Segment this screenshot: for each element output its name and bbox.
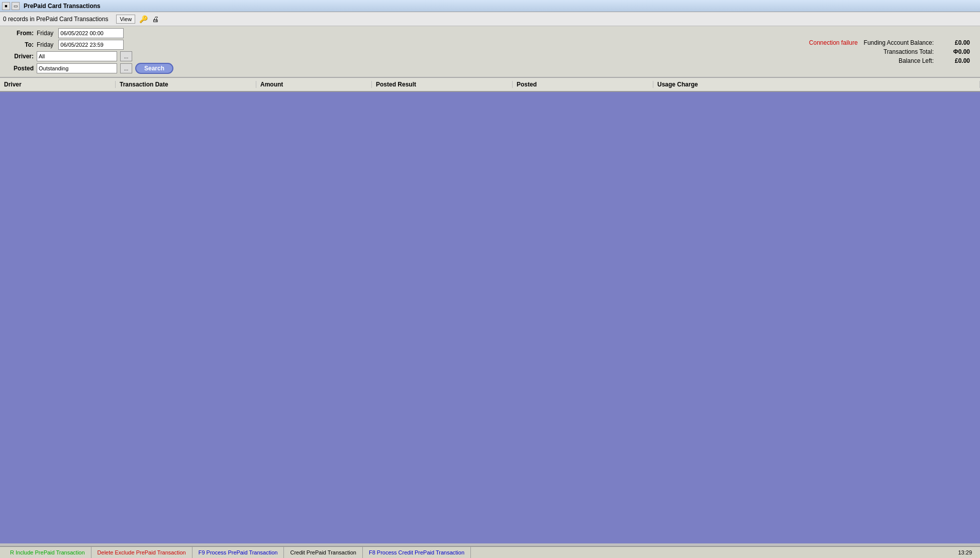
funding-label: Funding Account Balance: bbox=[864, 39, 934, 46]
toolbar: 0 records in PrePaid Card Transactions V… bbox=[0, 12, 980, 26]
col-header-transaction-date: Transaction Date bbox=[116, 81, 256, 88]
title-bar: ■ ▭ PrePaid Card Transactions bbox=[0, 0, 980, 12]
driver-label: Driver: bbox=[6, 53, 34, 60]
from-day: Friday bbox=[37, 30, 53, 37]
status-delete[interactable]: Delete Exclude PrePaid Transaction bbox=[91, 547, 192, 558]
status-credit[interactable]: Credit PrePaid Transaction bbox=[284, 547, 362, 558]
to-day: Friday bbox=[37, 41, 53, 48]
transactions-label: Transactions Total: bbox=[884, 48, 934, 55]
view-button[interactable]: View bbox=[116, 15, 135, 24]
driver-ellipsis-button[interactable]: ... bbox=[120, 51, 132, 61]
funding-value: £0.00 bbox=[940, 39, 970, 46]
window-title: PrePaid Card Transactions bbox=[24, 3, 101, 10]
posted-input[interactable] bbox=[37, 63, 117, 73]
filter-area: From: Friday To: Friday Driver: ... Post… bbox=[0, 26, 980, 78]
balance-label: Balance Left: bbox=[899, 57, 934, 64]
title-bar-icons: ■ ▭ bbox=[2, 2, 20, 10]
col-header-usage-charge: Usage Charge bbox=[653, 81, 980, 88]
transactions-value: Φ0.00 bbox=[940, 48, 970, 55]
connection-failure-label: Connection failure bbox=[809, 39, 858, 46]
record-count: 0 records in PrePaid Card Transactions bbox=[3, 16, 108, 23]
posted-ellipsis-button[interactable]: ... bbox=[120, 63, 132, 73]
status-time: 13:29 bbox=[954, 549, 976, 555]
status-include[interactable]: R Include PrePaid Transaction bbox=[4, 547, 91, 558]
col-header-posted: Posted bbox=[513, 81, 653, 88]
from-date-input[interactable] bbox=[58, 28, 124, 38]
status-bar: R Include PrePaid Transaction Delete Exc… bbox=[0, 546, 980, 558]
status-f8[interactable]: F8 Process Credit PrePaid Transaction bbox=[363, 547, 471, 558]
to-label: To: bbox=[6, 41, 34, 48]
status-f9[interactable]: F9 Process PrePaid Transaction bbox=[192, 547, 284, 558]
table-header: Driver Transaction Date Amount Posted Re… bbox=[0, 78, 980, 92]
driver-input[interactable] bbox=[37, 51, 117, 61]
to-date-input[interactable] bbox=[58, 40, 124, 50]
balance-value: £0.00 bbox=[940, 57, 970, 64]
window-icon-2[interactable]: ▭ bbox=[12, 2, 20, 10]
info-panel: Connection failure Funding Account Balan… bbox=[809, 26, 970, 77]
search-button[interactable]: Search bbox=[135, 63, 173, 74]
col-header-driver: Driver bbox=[0, 81, 116, 88]
table-body bbox=[0, 92, 980, 543]
key-icon[interactable]: 🔑 bbox=[139, 15, 148, 23]
posted-label: Posted bbox=[6, 65, 34, 72]
from-label: From: bbox=[6, 30, 34, 37]
window-icon-1[interactable]: ■ bbox=[2, 2, 10, 10]
col-header-amount: Amount bbox=[256, 81, 372, 88]
col-header-posted-result: Posted Result bbox=[372, 81, 513, 88]
print-icon[interactable]: 🖨 bbox=[152, 15, 159, 23]
